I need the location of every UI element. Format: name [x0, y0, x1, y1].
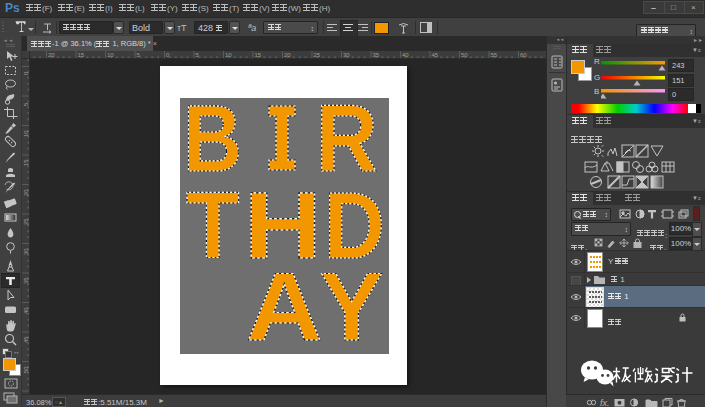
svg-text:10: 10: [23, 130, 29, 137]
svg-text:15: 15: [78, 52, 85, 58]
svg-text:40: 40: [402, 52, 409, 58]
svg-text:20: 20: [23, 189, 29, 196]
svg-text:T: T: [186, 173, 240, 278]
svg-text:30: 30: [23, 248, 29, 255]
svg-text:A: A: [246, 252, 323, 361]
svg-text:15: 15: [255, 52, 262, 58]
svg-text:55: 55: [491, 52, 498, 58]
svg-text:25: 25: [314, 52, 321, 58]
svg-text:45: 45: [432, 52, 439, 58]
svg-text:Y: Y: [320, 252, 383, 361]
svg-text:20: 20: [284, 52, 291, 58]
svg-text:45: 45: [23, 336, 29, 343]
svg-text:35: 35: [23, 277, 29, 284]
svg-text:20: 20: [48, 52, 55, 58]
svg-text:10: 10: [107, 52, 114, 58]
svg-text:10: 10: [225, 52, 232, 58]
svg-text:15: 15: [23, 159, 29, 166]
svg-text:30: 30: [343, 52, 350, 58]
svg-text:50: 50: [23, 366, 29, 373]
svg-text:50: 50: [461, 52, 468, 58]
svg-text:25: 25: [23, 218, 29, 225]
svg-text:60: 60: [520, 52, 527, 58]
svg-text:35: 35: [373, 52, 380, 58]
svg-text:fx.: fx.: [600, 398, 610, 407]
svg-text:40: 40: [23, 307, 29, 314]
